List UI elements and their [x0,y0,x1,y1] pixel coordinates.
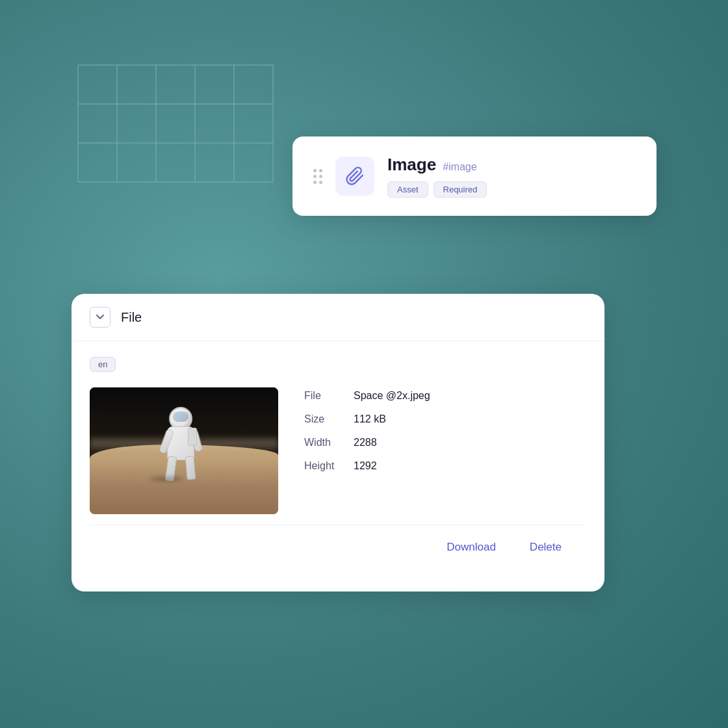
field-icon-wrapper [335,157,374,196]
meta-row-width: Width 2288 [304,437,586,448]
card-footer: Download Delete [90,525,586,573]
card-body: en [72,341,604,592]
file-metadata: File Space @2x.jpeg Size 112 kB Width 22… [304,387,586,484]
chevron-down-icon [96,315,104,320]
meta-row-filename: File Space @2x.jpeg [304,390,586,402]
filename-value: Space @2x.jpeg [354,390,430,402]
tag-asset: Asset [387,181,428,198]
main-card: File en [72,294,604,592]
size-value: 112 kB [354,413,386,425]
drag-dot [319,169,322,172]
image-preview [90,387,278,514]
drag-dot [313,175,317,178]
width-label: Width [304,437,343,448]
field-definition-card: Image #image Asset Required [292,136,656,216]
size-label: Size [304,413,343,425]
height-value: 1292 [354,460,377,472]
drag-dot [319,181,322,184]
drag-handle[interactable] [313,169,322,184]
height-label: Height [304,460,343,472]
width-value: 2288 [354,437,377,448]
card-header-title: File [121,310,142,325]
card-header: File [72,294,604,341]
locale-badge[interactable]: en [90,357,116,372]
delete-button[interactable]: Delete [523,537,568,558]
drag-dot [313,169,317,172]
field-id: #image [443,161,476,173]
field-info: Image #image Asset Required [387,155,636,198]
download-button[interactable]: Download [440,537,502,558]
asset-section: File Space @2x.jpeg Size 112 kB Width 22… [90,387,586,514]
dropdown-button[interactable] [90,307,110,328]
field-name: Image [387,155,436,175]
meta-row-height: Height 1292 [304,460,586,472]
main-scene: Image #image Asset Required File en [72,136,656,592]
paperclip-icon [345,166,365,186]
field-tags: Asset Required [387,181,636,198]
tag-required: Required [434,181,488,198]
filename-label: File [304,390,343,402]
meta-row-size: Size 112 kB [304,413,586,425]
drag-dot [313,181,317,184]
field-title: Image #image [387,155,636,175]
drag-dot [319,175,322,178]
